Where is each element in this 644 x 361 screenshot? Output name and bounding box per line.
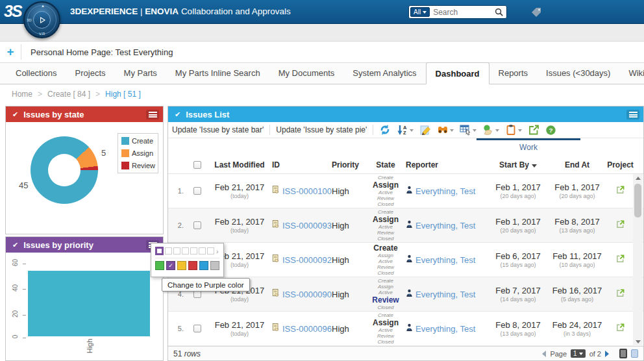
issue-id-link[interactable]: ISS-0000093 <box>282 221 332 230</box>
reporter-link[interactable]: Everything, Test <box>415 221 475 230</box>
next-page-icon[interactable] <box>605 351 609 357</box>
column-project[interactable]: Project <box>607 160 634 169</box>
color-swatch-3[interactable] <box>188 261 197 270</box>
edit-button[interactable] <box>419 124 431 136</box>
view-toggle-expanded-icon[interactable] <box>619 349 627 358</box>
issue-id-link[interactable]: ISS-0000096 <box>282 324 332 334</box>
issue-doc-icon <box>272 254 280 266</box>
table-row[interactable]: 3.Feb 21, 2017(today)ISS-0000092HighCrea… <box>168 243 643 277</box>
donut-chart[interactable] <box>31 136 98 204</box>
history-swatch-1[interactable] <box>165 247 172 255</box>
open-issue-button[interactable] <box>615 288 625 301</box>
issue-id-link[interactable]: ISS-0000090 <box>282 290 332 299</box>
find-button[interactable] <box>437 124 454 136</box>
tab-work[interactable]: Work <box>477 143 580 152</box>
history-swatch-3[interactable] <box>182 247 189 255</box>
prev-page-icon[interactable] <box>542 351 546 357</box>
search-icon[interactable] <box>494 7 504 17</box>
column-reporter[interactable]: Reporter <box>406 160 489 169</box>
scroll-up-icon[interactable] <box>633 174 643 182</box>
tab-dashboard[interactable]: Dashboard <box>426 62 489 84</box>
color-swatch-5[interactable] <box>210 261 219 270</box>
select-table-button[interactable] <box>460 124 477 136</box>
color-picker-swatch-row: ✓ <box>155 261 220 270</box>
refresh-button[interactable] <box>379 124 391 136</box>
table-row[interactable]: 5.Feb 21, 2017(today)ISS-0000096HighCrea… <box>168 312 643 346</box>
start-date: Feb 6, 2017 <box>489 251 547 261</box>
column-priority[interactable]: Priority <box>332 160 365 169</box>
tab-my-documents[interactable]: My Documents <box>269 62 344 84</box>
table-scrollbar[interactable] <box>633 174 643 346</box>
table-row[interactable]: 2.Feb 21, 2017(today)ISS-0000093HighCrea… <box>168 208 643 243</box>
scrollbar-thumb[interactable] <box>634 184 641 218</box>
breadcrumb: Home>Create [ 84 ]>High [ 51 ] <box>0 84 644 104</box>
sort-button[interactable]: A Z <box>397 124 414 136</box>
row-checkbox[interactable] <box>193 187 201 195</box>
issue-doc-icon <box>272 323 280 334</box>
reporter-link[interactable]: Everything, Test <box>415 324 475 334</box>
column-state[interactable]: State <box>365 160 406 169</box>
tab-issues-30days[interactable]: Issues (<30days) <box>537 62 619 84</box>
clipboard-button[interactable] <box>505 124 522 136</box>
more-colors-chevron-icon[interactable]: › <box>216 247 219 255</box>
export-button[interactable] <box>528 124 539 136</box>
view-toggle-compact-icon[interactable] <box>631 349 638 358</box>
breadcrumb-home[interactable]: Home <box>12 90 32 99</box>
reporter-link[interactable]: Everything, Test <box>415 255 475 265</box>
column-id[interactable]: ID <box>272 160 332 169</box>
select-all-checkbox[interactable] <box>193 161 201 169</box>
person-icon <box>406 288 413 300</box>
search-scope-dropdown[interactable]: All <box>410 7 430 17</box>
tab-system-analytics[interactable]: System Analytics <box>343 62 425 84</box>
cell-state: CreateAssignActiveReviewClosed <box>365 243 406 276</box>
column-start-by[interactable]: Start By <box>489 160 547 169</box>
compass-icon[interactable]: 3D V.R ▲ <box>23 1 60 38</box>
open-issue-button[interactable] <box>615 323 625 335</box>
tab-my-parts-inline-search[interactable]: My Parts Inline Search <box>166 62 269 84</box>
tab-projects[interactable]: Projects <box>66 62 115 84</box>
update-state-bar-button[interactable]: Update 'Issue by state bar' <box>172 125 264 134</box>
compass-play-icon[interactable] <box>33 11 51 29</box>
open-issue-button[interactable] <box>615 219 625 232</box>
history-swatch-0[interactable] <box>155 247 164 255</box>
breadcrumb-create-84[interactable]: Create [ 84 ] <box>47 90 90 99</box>
reporter-link[interactable]: Everything, Test <box>415 186 475 196</box>
color-swatch-4[interactable] <box>199 261 208 270</box>
row-checkbox[interactable] <box>193 325 201 332</box>
bar-high[interactable] <box>28 271 150 336</box>
breadcrumb-high-51[interactable]: High [ 51 ] <box>105 90 141 99</box>
open-issue-button[interactable] <box>615 185 625 197</box>
scroll-down-icon[interactable] <box>633 338 643 346</box>
page-select[interactable]: 1 <box>571 349 586 358</box>
tab-my-parts[interactable]: My Parts <box>115 62 166 84</box>
issue-id-link[interactable]: ISS-0000092 <box>282 255 332 265</box>
column-last-modified[interactable]: Last Modified <box>207 160 272 169</box>
history-swatch-5[interactable] <box>199 247 206 255</box>
panel-menu-icon[interactable] <box>146 110 159 119</box>
sort-az-icon: A Z <box>397 124 408 136</box>
issue-id-link[interactable]: ISS-0000100 <box>282 186 332 196</box>
history-swatch-6[interactable] <box>207 247 214 255</box>
row-checkbox[interactable] <box>193 221 201 229</box>
color-swatch-1[interactable]: ✓ <box>166 261 175 270</box>
tab-reports[interactable]: Reports <box>489 62 538 84</box>
assign-button[interactable] <box>482 124 499 136</box>
color-swatch-0[interactable] <box>155 261 164 270</box>
column-end-at[interactable]: End At <box>547 160 607 169</box>
tab-wiki[interactable]: Wiki <box>619 62 644 84</box>
add-page-button[interactable]: + <box>0 45 21 59</box>
color-swatch-2[interactable] <box>177 261 186 270</box>
table-row[interactable]: 1.Feb 21, 2017(today)ISS-0000100HighCrea… <box>168 174 643 208</box>
tab-collections[interactable]: Collections <box>6 62 66 84</box>
update-state-pie-button[interactable]: Update 'Issue by state pie' <box>276 125 367 134</box>
check-icon: ✔ <box>12 110 18 119</box>
history-swatch-4[interactable] <box>190 247 197 255</box>
tag-icon[interactable] <box>530 6 543 18</box>
open-issue-button[interactable] <box>615 254 625 266</box>
help-button[interactable]: ? <box>545 125 556 136</box>
reporter-link[interactable]: Everything, Test <box>415 290 475 299</box>
history-swatch-2[interactable] <box>173 247 180 255</box>
panel-menu-icon[interactable] <box>626 110 639 119</box>
selected-check-icon: ✓ <box>168 263 173 269</box>
search-input[interactable] <box>430 8 494 17</box>
